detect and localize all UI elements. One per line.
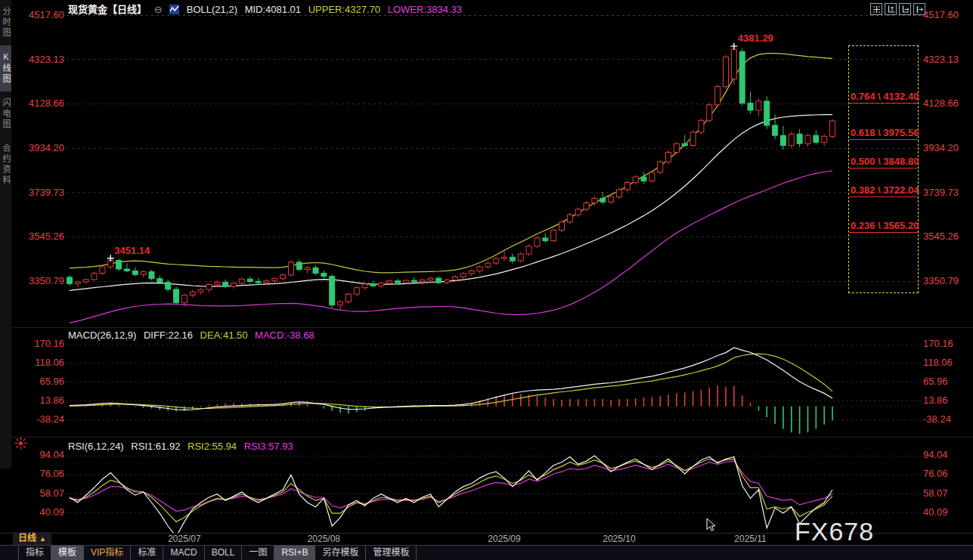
scale-x-axis-icon[interactable] — [899, 3, 911, 15]
x-axis-month-label: 2025/07 — [160, 534, 209, 544]
fib-level-label: 0.618 \ 3975.56 — [851, 127, 917, 138]
fib-level-label: 0.236 \ 3565.20 — [851, 220, 917, 231]
y-axis-label: 3739.73 — [923, 187, 971, 198]
main-chart-panel[interactable] — [0, 0, 973, 327]
toolbar-tab-4[interactable]: MACD — [163, 546, 204, 560]
rsi-axis-label: 58.07 — [0, 487, 64, 499]
indicator-toolbar: 指标模板VIP指标标准MACDBOLL一图RSI+B另存模板管理模板 — [0, 545, 973, 560]
toolbar-tab-6[interactable]: 一图 — [242, 546, 274, 560]
macd-axis-label: -38.24 — [923, 413, 971, 425]
macd-header: MACD(26,12,9) DIFF:22.16 DEA:41.50 MACD:… — [68, 330, 319, 341]
main-chart-header: 现货黄金【日线】 ⊖ BOLL(21,2) MID:4081.01 UPPER:… — [68, 2, 466, 16]
period-arrow-icon: ▲ — [39, 535, 46, 543]
rsi-params: RSI(6,12,24) — [68, 441, 124, 452]
rsi-axis-label: 76.06 — [923, 468, 971, 479]
sidebar-tab-2[interactable]: 闪电图 — [0, 91, 11, 137]
instrument-title: 现货黄金【日线】 — [68, 4, 147, 15]
sidebar-tab-0[interactable]: 分时图 — [0, 0, 11, 45]
fib-level-line — [848, 196, 918, 197]
sidebar-tab-3[interactable]: 合约资料 — [0, 137, 11, 193]
fib-level-line — [848, 232, 918, 233]
rsi-axis-label: 94.04 — [923, 449, 971, 460]
x-axis-month-label: 2025/09 — [480, 534, 528, 544]
rsi-axis-label: 40.09 — [0, 506, 64, 518]
x-axis-month-label: 2025/08 — [299, 534, 348, 544]
sidebar-tab-1[interactable]: K线图 — [0, 45, 11, 91]
macd-axis-label: 65.96 — [923, 376, 971, 387]
macd-axis-label: 170.16 — [923, 338, 971, 349]
toolbar-tab-8[interactable]: 另存模板 — [315, 546, 366, 560]
macd-dea-value: DEA:41.50 — [200, 330, 248, 341]
macd-panel[interactable] — [0, 327, 973, 438]
y-axis-label: 4323.13 — [923, 54, 971, 65]
toolbar-tab-7[interactable]: RSI+B — [274, 546, 315, 560]
macd-diff-value: DIFF:22.16 — [144, 330, 193, 341]
mouse-cursor-icon — [706, 518, 717, 532]
boll-lower-value: LOWER:3834.33 — [388, 4, 462, 15]
price-annotation: 3451.14 — [114, 245, 150, 256]
scale-y-axis-icon[interactable] — [885, 3, 897, 15]
crosshair-icon[interactable] — [870, 3, 882, 15]
main-chart-svg — [0, 0, 973, 327]
y-axis-label: 4517.60 — [923, 9, 971, 20]
trading-app-window: 分时图K线图闪电图合约资料 现货黄金【日线】 ⊖ BOLL(21,2) MID:… — [0, 0, 973, 560]
price-annotation: 4381.29 — [738, 32, 773, 44]
chart-type-sidebar: 分时图K线图闪电图合约资料 — [0, 0, 11, 469]
toolbar-tab-5[interactable]: BOLL — [205, 546, 243, 560]
fib-level-label: 0.500 \ 3848.80 — [851, 156, 917, 167]
exit-pane-icon[interactable] — [913, 3, 925, 15]
boll-upper-value: UPPER:4327.70 — [308, 4, 380, 15]
toolbar-tab-3[interactable]: 标准 — [131, 546, 163, 560]
x-axis-month-label: 2025/10 — [595, 534, 643, 544]
period-label: 日线 — [18, 533, 36, 543]
fib-level-label: 0.764 \ 4132.40 — [851, 91, 917, 102]
rsi2-value: RSI2:55.94 — [187, 441, 237, 452]
rsi-header: RSI(6,12,24) RSI1:61.92 RSI2:55.94 RSI3:… — [68, 441, 298, 452]
toolbar-tab-9[interactable]: 管理模板 — [366, 546, 417, 560]
toolbar-tab-2[interactable]: VIP指标 — [84, 546, 131, 560]
rsi-alert-icon[interactable] — [14, 437, 27, 450]
candlestick-chart-icon — [169, 5, 179, 14]
rsi-axis-label: 40.09 — [923, 506, 971, 518]
rsi3-value: RSI3:57.93 — [244, 441, 293, 452]
macd-params: MACD(26,12,9) — [68, 330, 136, 341]
y-axis-label: 4128.66 — [923, 97, 971, 109]
fib-level-line — [848, 139, 918, 140]
period-selector[interactable]: 日线▲ — [13, 532, 51, 545]
macd-axis-label: 13.86 — [923, 394, 971, 406]
fib-level-label: 0.382 \ 3722.04 — [851, 184, 917, 196]
rsi-axis-label: 76.06 — [0, 468, 64, 479]
macd-axis-label: 118.06 — [923, 357, 971, 368]
boll-mid-value: MID:4081.01 — [245, 4, 301, 15]
toolbar-tab-0[interactable]: 指标 — [18, 546, 51, 560]
boll-params: BOLL(21,2) — [187, 4, 237, 15]
fib-level-line — [848, 103, 918, 104]
y-axis-label: 3934.20 — [923, 142, 971, 153]
chart-tool-buttons — [870, 3, 925, 15]
macd-macd-value: MACD:-38.68 — [255, 330, 315, 341]
y-axis-label: 3545.26 — [923, 230, 971, 242]
x-axis-month-label: 2025/11 — [727, 534, 775, 544]
rsi-axis-label: 58.07 — [923, 487, 971, 499]
fibonacci-box[interactable] — [848, 45, 919, 293]
rsi1-value: RSI1:61.92 — [131, 441, 180, 452]
collapse-icon[interactable]: ⊖ — [154, 4, 163, 15]
toolbar-tab-1[interactable]: 模板 — [51, 546, 84, 560]
fib-level-line — [848, 168, 918, 169]
macd-chart-svg — [0, 328, 973, 438]
fx678-watermark: FX678 — [795, 517, 874, 546]
y-axis-label: 3350.79 — [923, 275, 971, 286]
